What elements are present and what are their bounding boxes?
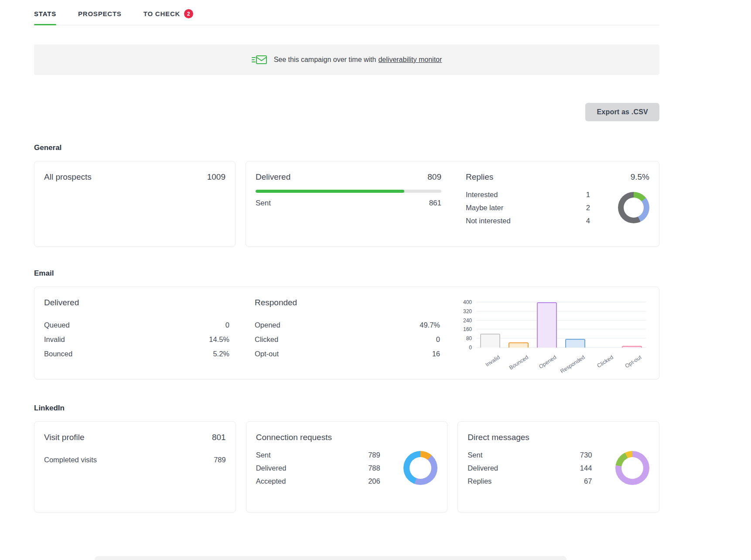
- row-value: 14.5%: [209, 335, 229, 344]
- banner-text: See this campaign over time withdelivera…: [274, 56, 442, 64]
- row-value: 16: [432, 350, 440, 358]
- row-label: Delivered: [256, 464, 287, 472]
- tab-stats[interactable]: STATS: [34, 9, 56, 25]
- stat-row-interested: Interested 1: [466, 188, 590, 201]
- stat-row-cr-sent: Sent 789: [256, 448, 380, 461]
- linkedin-section-heading: LinkedIn: [34, 404, 659, 413]
- stat-row-dm-delivered: Delivered 144: [468, 461, 592, 475]
- delivered-label: Delivered: [256, 172, 290, 182]
- stat-row-bounced: Bounced 5.2%: [44, 347, 229, 361]
- row-value: 789: [368, 451, 380, 459]
- row-label: Replies: [468, 477, 492, 485]
- tab-to-check[interactable]: TO CHECK 2: [143, 9, 193, 25]
- general-cards-row: All prospects 1009 Delivered 809 Sent 86…: [34, 161, 659, 247]
- email-section-heading: Email: [34, 269, 659, 278]
- row-label: Opened: [255, 321, 280, 329]
- replies-label: Replies: [466, 172, 493, 182]
- delivered-progress-bar: [256, 190, 441, 193]
- stat-row-not-interested: Not interested 4: [466, 214, 590, 227]
- direct-messages-donut-chart: [615, 451, 649, 485]
- connection-requests-rows: Sent 789 Delivered 788 Accepted 206: [256, 448, 380, 488]
- email-delivered-column: Delivered Queued 0 Invalid 14.5% Bounced…: [44, 298, 229, 368]
- replies-value: 9.5%: [631, 172, 649, 182]
- visit-profile-value: 801: [212, 433, 226, 442]
- sent-row: Sent 861: [256, 199, 441, 208]
- stat-row-queued: Queued 0: [44, 318, 229, 332]
- stat-row-dm-replies: Replies 67: [468, 475, 592, 488]
- tab-prospects-label: PROSPECTS: [78, 10, 122, 17]
- stat-row-cr-accepted: Accepted 206: [256, 475, 380, 488]
- stats-page: STATS PROSPECTS TO CHECK 2 See this camp…: [34, 0, 659, 512]
- stat-row-cr-delivered: Delivered 788: [256, 461, 380, 475]
- delivered-column: Delivered 809 Sent 861: [256, 172, 441, 236]
- row-value: 67: [584, 477, 592, 485]
- stat-row-opt-out: Opt-out 16: [255, 347, 440, 361]
- visit-profile-label: Visit profile: [44, 433, 85, 442]
- row-label: Maybe later: [466, 204, 503, 212]
- toolbar: Export as .CSV: [34, 103, 659, 121]
- stat-row-dm-sent: Sent 730: [468, 448, 592, 461]
- row-value: 4: [586, 217, 590, 225]
- delivered-replies-card: Delivered 809 Sent 861 Replies 9.5%: [246, 161, 659, 247]
- delivered-value: 809: [427, 172, 441, 182]
- deliverability-monitor-icon: [252, 54, 267, 66]
- row-label: Bounced: [44, 350, 72, 358]
- email-cards-row: Delivered Queued 0 Invalid 14.5% Bounced…: [34, 287, 659, 379]
- export-csv-button[interactable]: Export as .CSV: [585, 103, 659, 121]
- direct-messages-card: Direct messages Sent 730 Delivered 144 R…: [457, 421, 659, 512]
- visit-profile-card: Visit profile 801 Completed visits 789: [34, 421, 236, 512]
- tab-to-check-label: TO CHECK: [143, 10, 180, 17]
- row-value: 144: [580, 464, 592, 472]
- email-delivered-label: Delivered: [44, 298, 79, 307]
- row-value: 730: [580, 451, 592, 459]
- stat-row-clicked: Clicked 0: [255, 332, 440, 347]
- connection-requests-donut-chart: [403, 451, 437, 485]
- row-value: 788: [368, 464, 380, 472]
- email-responded-label: Responded: [255, 298, 297, 307]
- row-value: 0: [436, 335, 440, 344]
- deliverability-banner: See this campaign over time withdelivera…: [34, 44, 659, 75]
- email-responded-column: Responded Opened 49.7% Clicked 0 Opt-out…: [255, 298, 440, 368]
- row-label: Completed visits: [44, 456, 97, 464]
- row-value: 49.7%: [420, 321, 440, 329]
- tab-prospects[interactable]: PROSPECTS: [78, 9, 122, 25]
- row-label: Interested: [466, 191, 498, 199]
- stat-row-completed-visits: Completed visits 789: [44, 453, 226, 467]
- tab-stats-label: STATS: [34, 10, 56, 17]
- row-label: Sent: [256, 451, 271, 459]
- connection-requests-card: Connection requests Sent 789 Delivered 7…: [246, 421, 448, 512]
- row-value: 206: [368, 477, 380, 485]
- replies-donut-chart: [618, 192, 649, 223]
- bar-chart-y-axis: 080160240320400: [461, 302, 476, 348]
- linkedin-cards-row: Visit profile 801 Completed visits 789 C…: [34, 421, 659, 512]
- row-label: Not interested: [466, 217, 511, 225]
- email-card: Delivered Queued 0 Invalid 14.5% Bounced…: [34, 287, 659, 379]
- row-label: Sent: [468, 451, 482, 459]
- all-prospects-label: All prospects: [44, 172, 92, 182]
- bar-chart-plot: [476, 302, 646, 348]
- row-label: Invalid: [44, 335, 65, 344]
- delivered-progress-fill: [256, 190, 404, 193]
- sent-value: 861: [429, 199, 441, 208]
- sent-label: Sent: [256, 199, 271, 208]
- to-check-count-badge: 2: [184, 9, 193, 18]
- row-label: Delivered: [468, 464, 498, 472]
- all-prospects-card: All prospects 1009: [34, 161, 236, 247]
- row-value: 0: [225, 321, 229, 329]
- replies-column: Replies 9.5% Interested 1 Maybe later 2: [466, 172, 649, 236]
- replies-rows: Interested 1 Maybe later 2 Not intereste…: [466, 188, 590, 227]
- next-section-edge: [95, 556, 567, 560]
- row-value: 789: [214, 456, 226, 464]
- stat-row-opened: Opened 49.7%: [255, 318, 440, 332]
- stat-row-maybe-later: Maybe later 2: [466, 201, 590, 214]
- deliverability-monitor-link[interactable]: deliverability monitor: [378, 56, 442, 63]
- row-value: 2: [586, 204, 590, 212]
- banner-text-main: See this campaign over time with: [274, 56, 376, 63]
- row-value: 5.2%: [213, 350, 229, 358]
- stat-row-invalid: Invalid 14.5%: [44, 332, 229, 347]
- row-label: Opt-out: [255, 350, 279, 358]
- tab-bar: STATS PROSPECTS TO CHECK 2: [34, 0, 659, 25]
- row-label: Queued: [44, 321, 70, 329]
- row-value: 1: [586, 191, 590, 199]
- bar-chart-x-axis: InvalidBouncedOpenedRespondedClickedOpt-…: [476, 350, 646, 369]
